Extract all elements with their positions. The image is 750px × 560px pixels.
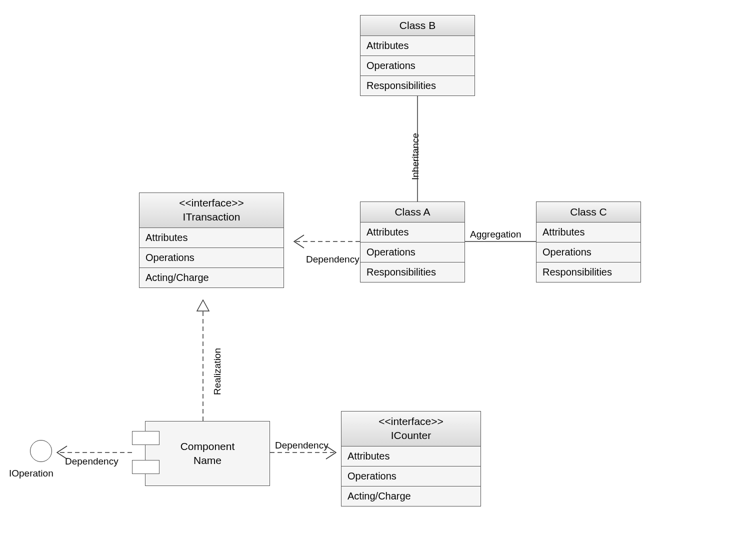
class-c-ops: Operations [536, 242, 640, 262]
icounter-third: Acting/Charge [342, 486, 480, 506]
icounter-ops: Operations [342, 466, 480, 486]
dependency-label-1: Dependency [306, 254, 360, 265]
icounter-title: <<interface>> ICounter [342, 412, 480, 446]
itransaction: <<interface>> ITransaction Attributes Op… [139, 192, 284, 288]
class-c-name: Class C [570, 206, 607, 218]
component-label: Component Name [180, 440, 235, 468]
icounter-name: ICounter [391, 430, 432, 441]
inheritance-label: Inheritance [410, 133, 421, 180]
itransaction-third: Acting/Charge [140, 268, 284, 288]
class-b-attrs: Attributes [360, 36, 474, 56]
itransaction-title: <<interface>> ITransaction [140, 193, 284, 228]
itransaction-ops: Operations [140, 248, 284, 268]
itransaction-attrs: Attributes [140, 228, 284, 248]
class-b: Class B Attributes Operations Responsibi… [360, 15, 475, 96]
class-a-attrs: Attributes [360, 222, 464, 242]
class-c-resp: Responsibilities [536, 262, 640, 282]
icounter-attrs: Attributes [342, 446, 480, 466]
dependency-label-3: Dependency [275, 440, 328, 451]
class-b-title: Class B [360, 16, 474, 36]
class-c-title: Class C [536, 202, 640, 222]
class-b-resp: Responsibilities [360, 76, 474, 96]
component-tab-2 [132, 460, 160, 474]
icounter-stereo: <<interface>> [346, 414, 476, 428]
ioperation-ball [30, 440, 52, 462]
class-a-title: Class A [360, 202, 464, 222]
class-c-attrs: Attributes [536, 222, 640, 242]
component: Component Name [145, 421, 270, 486]
itransaction-stereo: <<interface>> [144, 196, 278, 210]
dependency-label-2: Dependency [65, 456, 118, 467]
class-a-ops: Operations [360, 242, 464, 262]
aggregation-label: Aggregation [470, 229, 521, 240]
realization-label: Realization [212, 348, 223, 395]
icounter: <<interface>> ICounter Attributes Operat… [341, 411, 481, 506]
class-a-resp: Responsibilities [360, 262, 464, 282]
class-c: Class C Attributes Operations Responsibi… [536, 202, 641, 282]
ioperation-label: IOperation [9, 468, 54, 479]
class-b-name: Class B [400, 20, 436, 31]
class-a: Class A Attributes Operations Responsibi… [360, 202, 465, 282]
class-a-name: Class A [394, 206, 430, 218]
itransaction-name: ITransaction [183, 211, 240, 222]
svg-marker-4 [197, 300, 209, 311]
class-b-ops: Operations [360, 56, 474, 76]
component-tab-1 [132, 431, 160, 445]
